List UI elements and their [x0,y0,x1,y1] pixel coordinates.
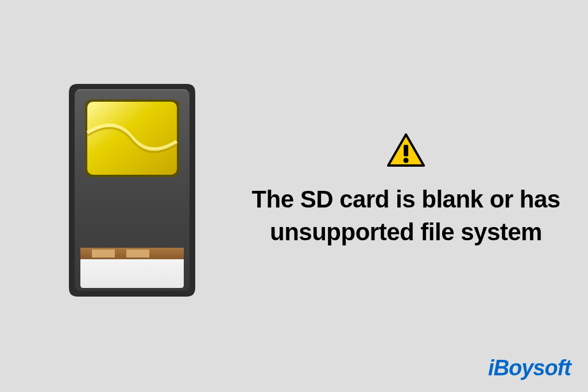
content-container: The SD card is blank or has unsupported … [0,0,588,392]
svg-rect-19 [126,249,149,258]
svg-point-21 [404,157,409,163]
sd-card-icon [46,75,218,305]
svg-rect-18 [92,249,115,258]
error-message-text: The SD card is blank or has unsupported … [247,183,565,248]
sd-card-illustration [34,75,230,305]
logo-text: iBoysoft [488,356,571,381]
brand-logo: iBoysoft [488,356,571,381]
message-area: The SD card is blank or has unsupported … [230,132,565,248]
warning-icon [386,132,426,172]
svg-rect-20 [404,145,408,156]
